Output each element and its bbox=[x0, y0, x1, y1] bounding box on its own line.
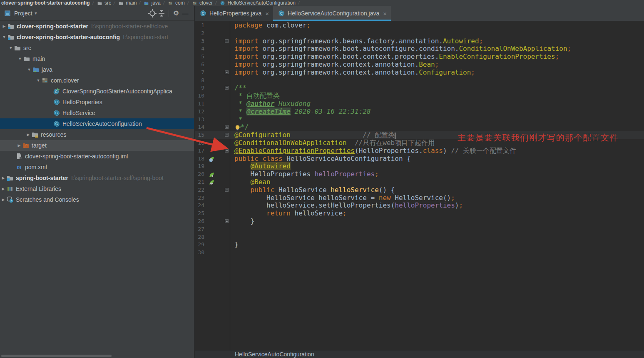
code-text[interactable]: import org.springframework.context.annot… bbox=[234, 69, 644, 77]
fold-marker[interactable] bbox=[225, 39, 229, 43]
editor-body[interactable]: 1package com.clover;23import org.springf… bbox=[195, 21, 644, 350]
tree-item[interactable]: CCloverSpringBootStarterAutoconfigApplic… bbox=[0, 86, 194, 97]
chevron-expanded-icon[interactable]: ▼ bbox=[1, 35, 7, 39]
panel-title[interactable]: Project bbox=[14, 10, 32, 17]
code-line[interactable]: 10 * 自动配置类 bbox=[195, 92, 644, 100]
chevron-collapsed-icon[interactable]: ▶ bbox=[25, 133, 32, 137]
code-line[interactable]: 12 * @createTime 2020-03-16 22:31:28 bbox=[195, 108, 644, 116]
code-text[interactable]: * @createTime 2020-03-16 22:31:28 bbox=[234, 108, 644, 116]
code-text[interactable]: HelloProperties helloProperties; bbox=[234, 170, 644, 178]
chevron-collapsed-icon[interactable]: ▶ bbox=[0, 176, 7, 180]
code-line[interactable]: 29} bbox=[195, 241, 644, 249]
fold-marker[interactable] bbox=[225, 149, 229, 153]
code-line[interactable]: 19 @Autowired bbox=[195, 163, 644, 170]
tree-item[interactable]: ▶resources bbox=[0, 129, 194, 140]
code-line[interactable]: 11 * @author Huxudong bbox=[195, 100, 644, 108]
tree-item[interactable]: ▼com.clover bbox=[0, 75, 194, 86]
chevron-expanded-icon[interactable]: ▼ bbox=[26, 68, 32, 72]
collapse-all-icon[interactable] bbox=[157, 9, 166, 18]
code-text[interactable]: @EnableConfigurationProperties(HelloProp… bbox=[234, 147, 644, 155]
breadcrumb-item[interactable]: src bbox=[96, 0, 111, 6]
code-line[interactable]: 15@Configuration // 配置类 bbox=[195, 131, 644, 139]
editor-tab[interactable]: CHelloServiceAutoConfiguration.java× bbox=[273, 6, 391, 21]
chevron-collapsed-icon[interactable]: ▶ bbox=[0, 187, 7, 191]
code-line[interactable]: 2 bbox=[195, 30, 644, 38]
breadcrumb-item[interactable]: CHelloServiceAutoConfiguration bbox=[219, 0, 295, 6]
tree-item[interactable]: clover-spring-boot-starter-autoconfig.im… bbox=[0, 151, 194, 162]
code-text[interactable]: public class HelloServiceAutoConfigurati… bbox=[234, 155, 644, 163]
fold-marker[interactable] bbox=[225, 86, 229, 90]
tree-item[interactable]: mpom.xml bbox=[0, 162, 194, 173]
code-text[interactable]: * @author Huxudong bbox=[234, 100, 644, 108]
code-line[interactable]: 23 HelloService helloService = new Hello… bbox=[195, 194, 644, 202]
breadcrumb-item[interactable]: clover-spring-boot-starter-autoconfig bbox=[1, 0, 90, 6]
tree-item[interactable]: ▼clover-spring-boot-starter-autoconfigI:… bbox=[0, 32, 194, 43]
code-line[interactable]: 6import org.springframework.context.anno… bbox=[195, 61, 644, 69]
code-text[interactable]: @Bean bbox=[234, 178, 644, 186]
code-text[interactable]: @ConditionalOnWebApplication //只有在web项目下… bbox=[234, 139, 644, 147]
code-text[interactable]: import org.springframework.context.annot… bbox=[234, 61, 644, 69]
tree-item[interactable]: ▼main bbox=[0, 53, 194, 64]
code-line[interactable]: 1package com.clover; bbox=[195, 22, 644, 30]
fold-marker[interactable] bbox=[225, 125, 229, 129]
tree-item[interactable]: ▶Scratches and Consoles bbox=[0, 194, 194, 205]
code-line[interactable]: 13 * bbox=[195, 116, 644, 124]
code-line[interactable]: 22 public HelloService helloService() { bbox=[195, 186, 644, 194]
code-line[interactable]: 5import org.springframework.boot.context… bbox=[195, 53, 644, 61]
code-line[interactable]: 25 return helloService; bbox=[195, 210, 644, 218]
tree-item[interactable]: CHelloService bbox=[0, 108, 194, 118]
fold-marker[interactable] bbox=[225, 70, 229, 74]
editor-breadcrumb-bottom[interactable]: HelloServiceAutoConfiguration bbox=[195, 350, 644, 358]
code-text[interactable]: import org.springframework.boot.autoconf… bbox=[234, 45, 644, 53]
gutter-icon[interactable] bbox=[208, 171, 214, 178]
breadcrumb-item[interactable]: clover bbox=[191, 0, 213, 6]
breadcrumb-item[interactable]: java bbox=[143, 0, 161, 6]
code-text[interactable]: } bbox=[234, 218, 644, 225]
fold-marker[interactable] bbox=[225, 188, 229, 192]
code-line[interactable]: 26 } bbox=[195, 218, 644, 225]
code-text[interactable]: @Configuration // 配置类 bbox=[234, 131, 644, 139]
chevron-expanded-icon[interactable]: ▼ bbox=[17, 57, 23, 61]
code-line[interactable]: 7import org.springframework.context.anno… bbox=[195, 69, 644, 77]
chevron-expanded-icon[interactable]: ▼ bbox=[7, 46, 14, 50]
chevron-collapsed-icon[interactable]: ▶ bbox=[16, 143, 22, 148]
code-line[interactable]: 4import org.springframework.boot.autocon… bbox=[195, 45, 644, 53]
breadcrumb-item[interactable]: main bbox=[117, 0, 137, 6]
tree-item[interactable]: ▶target bbox=[0, 140, 194, 151]
tree-item[interactable]: CHelloProperties bbox=[0, 97, 194, 108]
tree-item[interactable]: ▶spring-boot-starterI:\springboot-starte… bbox=[0, 173, 194, 183]
gear-icon[interactable]: ⚙ bbox=[172, 9, 181, 18]
code-line[interactable]: 21 @Bean bbox=[195, 178, 644, 186]
gutter-icon[interactable]: C bbox=[208, 156, 214, 162]
code-text[interactable]: } bbox=[234, 241, 644, 249]
code-text[interactable]: helloService.setHelloProperties(helloPro… bbox=[234, 202, 644, 210]
locate-icon[interactable] bbox=[148, 9, 157, 18]
code-line[interactable]: 14*/ bbox=[195, 123, 644, 131]
code-line[interactable]: 27 bbox=[195, 225, 644, 233]
code-line[interactable]: 9/** bbox=[195, 84, 644, 92]
gutter-icon[interactable] bbox=[208, 179, 214, 185]
fold-marker[interactable] bbox=[225, 219, 229, 223]
code-line[interactable]: 20 HelloProperties helloProperties; bbox=[195, 170, 644, 178]
horizontal-scrollbar[interactable] bbox=[1, 355, 112, 357]
close-icon[interactable]: × bbox=[383, 10, 387, 17]
code-line[interactable]: 24 helloService.setHelloProperties(hello… bbox=[195, 202, 644, 210]
tree-item[interactable]: ▶External Libraries bbox=[0, 183, 194, 194]
code-text[interactable]: */ bbox=[234, 123, 644, 131]
close-icon[interactable]: × bbox=[265, 10, 269, 17]
code-text[interactable]: import org.springframework.beans.factory… bbox=[234, 38, 644, 45]
fold-marker[interactable] bbox=[225, 133, 229, 137]
code-text[interactable]: * 自动配置类 bbox=[234, 92, 644, 100]
code-line[interactable]: 30 bbox=[195, 249, 644, 257]
tree-item[interactable]: ▼src bbox=[0, 43, 194, 53]
tree-item[interactable]: CHelloServiceAutoConfiguration bbox=[0, 118, 194, 129]
chevron-expanded-icon[interactable]: ▼ bbox=[35, 78, 42, 83]
chevron-down-icon[interactable]: ▼ bbox=[34, 11, 38, 15]
chevron-collapsed-icon[interactable]: ▶ bbox=[0, 198, 7, 202]
code-area[interactable]: 1package com.clover;23import org.springf… bbox=[195, 21, 644, 257]
chevron-collapsed-icon[interactable]: ▶ bbox=[1, 24, 7, 28]
code-line[interactable]: 28 bbox=[195, 233, 644, 241]
code-line[interactable]: 3import org.springframework.beans.factor… bbox=[195, 38, 644, 45]
code-text[interactable]: import org.springframework.boot.context.… bbox=[234, 53, 644, 61]
code-text[interactable]: HelloService helloService = new HelloSer… bbox=[234, 194, 644, 202]
